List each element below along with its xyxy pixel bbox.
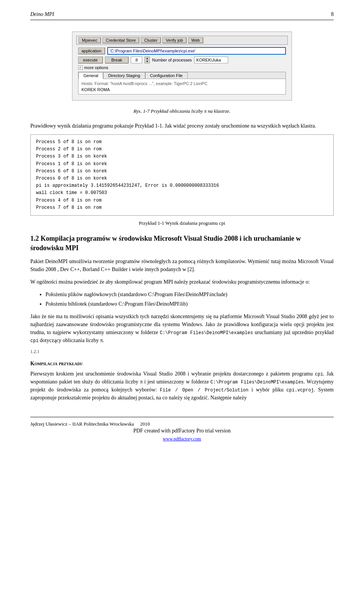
para3-end: dotyczący obliczania liczby π.	[39, 338, 104, 343]
code-line-2: Process 2 of 8 is on rom	[36, 146, 328, 153]
section-para1: Pakiet DeinoMPI umożliwia tworzenie prog…	[30, 257, 334, 273]
sub-code4: cpi.vcproj	[286, 388, 314, 393]
toolbar-mpiexec[interactable]: Mpiexec	[78, 37, 101, 43]
subsection-title: Kompilacja przykładu	[30, 361, 83, 366]
code-line-9: Process 4 of 8 is on rom	[36, 197, 328, 204]
mpiexec-toolbar: Mpiexec Credential Store Cluster Verify …	[76, 36, 288, 45]
toolbar-verify-job[interactable]: Verify job	[162, 37, 186, 43]
example-caption: Przykład 1-1 Wynik działania programu cp…	[30, 220, 334, 226]
footer-year: 2010	[140, 421, 150, 427]
para3-code2: cpi	[30, 338, 39, 344]
execute-button[interactable]: execute	[78, 57, 103, 63]
num-processes-label: Number of processes	[152, 58, 192, 62]
application-input[interactable]: 'C:\Program Files\DeinoMPI\examples\cpi.…	[107, 47, 286, 55]
application-label: application	[78, 47, 105, 54]
application-row: application 'C:\Program Files\DeinoMPI\e…	[76, 47, 288, 55]
toolbar-cluster[interactable]: Cluster	[141, 37, 161, 43]
para3-code1: C:\Program Files\DeinoMPI\examples	[160, 330, 253, 336]
toolbar-credential-store[interactable]: Credential Store	[102, 37, 140, 43]
tab-general[interactable]: General	[78, 72, 103, 79]
sub-code1: cpi	[315, 372, 323, 377]
code-line-4: Process 1 of 8 is on korek	[36, 161, 328, 168]
sub-code3: File / Open / Project/Solution	[160, 388, 249, 393]
break-button[interactable]: Break	[105, 57, 129, 63]
processes-dropdown[interactable]: KOREK\Juka	[194, 57, 228, 63]
execute-row: execute Break 8 ▲ ▼ Number of processes …	[76, 57, 288, 63]
header-title: Deino MPI	[30, 11, 54, 17]
code-line-3: Process 3 of 8 is on korek	[36, 153, 328, 160]
pdf-text: PDF created with pdfFactory Pro trial ve…	[133, 428, 231, 434]
code-line-6: Process 0 of 8 is on korek	[36, 175, 328, 182]
footer-bottom: PDF created with pdfFactory Pro trial ve…	[30, 428, 334, 442]
subsection-heading-1-2-1: Kompilacja przykładu	[30, 361, 334, 367]
paragraph-1: Prawidłowy wynik działania programu poka…	[30, 122, 334, 130]
sub-para1-start: Pierwszym krokiem jest uruchomienie środ…	[30, 371, 315, 377]
bullet-item-2: Położeniu bibliotek (standardowo C:\Prog…	[46, 300, 334, 308]
more-options-label: more options	[84, 65, 108, 70]
subsection-para1: Pierwszym krokiem jest uruchomienie środ…	[30, 370, 334, 402]
tab-configuration-file[interactable]: Configuration File	[145, 72, 188, 79]
sub-para1d: i wybór pliku	[248, 387, 286, 393]
section-para3: Jako że nie ma tu możliwości opisania ws…	[30, 312, 334, 344]
spin-up-button[interactable]: ▲	[145, 57, 149, 60]
para3-mid: uruchamiany już uprzednio przykład	[253, 330, 334, 335]
tab-content-general: Hosts: Format: "hostA hostB:nprocs ...",…	[78, 79, 286, 94]
code-line-7: pi is approximately 3.1415926544231247, …	[36, 182, 328, 189]
footer-author: Jędrzej Ułasiewicz – IIAR Politechnika W…	[30, 421, 134, 427]
code-line-1: Process 5 of 8 is on rom	[36, 139, 328, 146]
tab-area: General Directory Staging Configuration …	[78, 72, 286, 95]
pdf-link[interactable]: www.pdffactory.com	[30, 436, 334, 442]
spin-buttons[interactable]: ▲ ▼	[144, 57, 150, 63]
section-para2: W ogólności można powiedzieć że aby skom…	[30, 278, 334, 286]
more-options-checkbox[interactable]: ✓	[78, 65, 83, 70]
sub-code2: C:\Program Files\DeinoMPI\examples	[210, 380, 304, 385]
header-page-number: 8	[331, 11, 334, 17]
hosts-format-row: Hosts: Format: "hostA hostB:nprocs ...",…	[82, 81, 282, 86]
tab-directory-staging[interactable]: Directory Staging	[103, 72, 145, 79]
page-container: Deino MPI 8 Mpiexec Credential Store Clu…	[0, 0, 364, 453]
page-header: Deino MPI 8	[30, 11, 334, 20]
footer-author-year: Jędrzej Ułasiewicz – IIAR Politechnika W…	[30, 421, 150, 427]
spin-down-button[interactable]: ▼	[145, 60, 149, 63]
figure-caption: Rys. 1-7 Przykład obliczania liczby π na…	[30, 108, 334, 114]
bullet-item-1: Położeniu plików nagłówkowych (standardo…	[46, 290, 334, 298]
hosts-value: KOREK ROMA	[82, 87, 282, 92]
code-line-8: wall clock time = 0.007503	[36, 189, 328, 197]
code-line-10: Process 7 of 8 is on rom	[36, 204, 328, 211]
bullet-list: Położeniu plików nagłówkowych (standardo…	[30, 290, 334, 308]
more-options-row: ✓ more options	[76, 65, 288, 70]
section-heading-1-2: 1.2 Kompilacja programów w środowisku Mi…	[30, 234, 334, 253]
code-block: Process 5 of 8 is on rom Process 2 of 8 …	[30, 134, 334, 216]
number-input[interactable]: 8	[131, 57, 142, 63]
page-footer: Jędrzej Ułasiewicz – IIAR Politechnika W…	[30, 417, 334, 427]
code-line-5: Process 6 of 8 is on korek	[36, 168, 328, 175]
toolbar-web[interactable]: Web	[188, 37, 203, 43]
screenshot-figure: Mpiexec Credential Store Cluster Verify …	[72, 32, 292, 101]
subsection-number: 1.2.1	[30, 349, 334, 355]
tab-header: General Directory Staging Configuration …	[78, 72, 286, 79]
